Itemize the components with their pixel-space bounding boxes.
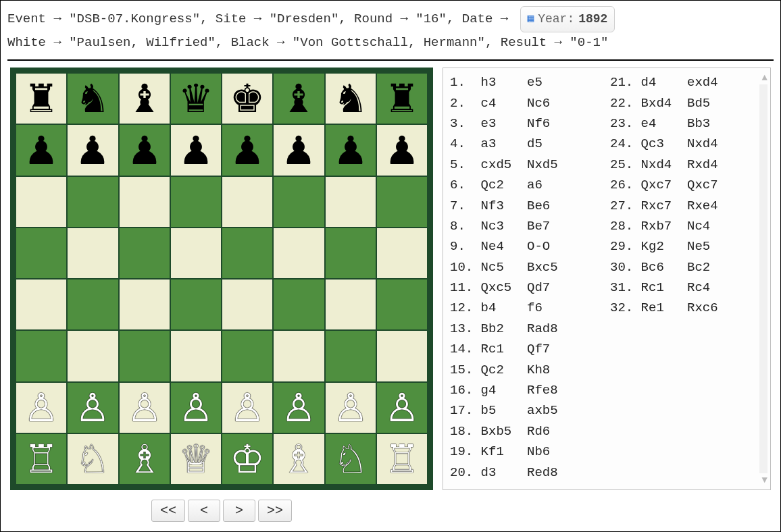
- board-square[interactable]: ♟: [67, 124, 118, 176]
- chess-board[interactable]: ♜♞♝♛♚♝♞♜♟♟♟♟♟♟♟♟♙♙♙♙♙♙♙♙♖♘♗♕♔♗♘♖: [10, 68, 433, 490]
- move-row[interactable]: 15. Qc2 Kh8: [450, 360, 603, 380]
- move-row[interactable]: 29. Kg2 Ne5: [610, 236, 763, 257]
- nav-prev-button[interactable]: <: [188, 500, 220, 522]
- board-square[interactable]: ♙: [170, 382, 222, 433]
- move-row[interactable]: 9. Ne4 O-O: [450, 236, 603, 257]
- move-row[interactable]: 25. Nxd4 Rxd4: [610, 155, 763, 175]
- board-square[interactable]: ♗: [273, 433, 324, 485]
- piece[interactable]: ♙: [127, 388, 162, 427]
- board-square[interactable]: [273, 330, 324, 381]
- move-row[interactable]: 8. Nc3 Be7: [450, 216, 603, 236]
- board-square[interactable]: [376, 330, 428, 381]
- board-square[interactable]: ♝: [119, 73, 170, 124]
- board-square[interactable]: [67, 330, 118, 381]
- piece[interactable]: ♞: [333, 79, 368, 118]
- board-square[interactable]: ♙: [119, 382, 170, 433]
- board-square[interactable]: ♘: [67, 433, 118, 485]
- board-square[interactable]: [222, 228, 273, 279]
- move-row[interactable]: 23. e4 Bb3: [610, 113, 763, 134]
- piece[interactable]: ♖: [384, 440, 420, 479]
- board-square[interactable]: ♖: [376, 433, 428, 485]
- piece[interactable]: ♔: [230, 440, 265, 479]
- board-square[interactable]: [325, 279, 376, 330]
- piece[interactable]: ♙: [24, 388, 59, 427]
- board-square[interactable]: ♞: [67, 73, 118, 124]
- board-square[interactable]: ♝: [273, 73, 324, 124]
- nav-last-button[interactable]: >>: [258, 500, 292, 522]
- board-square[interactable]: ♜: [376, 73, 428, 124]
- board-square[interactable]: [376, 228, 428, 279]
- move-row[interactable]: 10. Nc5 Bxc5: [450, 257, 603, 277]
- board-square[interactable]: [16, 330, 67, 381]
- board-square[interactable]: [67, 279, 118, 330]
- piece[interactable]: ♟: [24, 131, 59, 170]
- board-square[interactable]: [170, 228, 222, 279]
- piece[interactable]: ♟: [75, 131, 110, 170]
- board-square[interactable]: [273, 176, 324, 228]
- piece[interactable]: ♛: [178, 79, 213, 118]
- board-square[interactable]: ♔: [222, 433, 273, 485]
- piece[interactable]: ♙: [384, 388, 420, 427]
- move-row[interactable]: 7. Nf3 Be6: [450, 196, 603, 216]
- move-row[interactable]: 17. b5 axb5: [450, 400, 603, 421]
- board-square[interactable]: [222, 330, 273, 381]
- board-square[interactable]: [325, 176, 376, 228]
- board-square[interactable]: [273, 279, 324, 330]
- board-square[interactable]: [170, 330, 222, 381]
- nav-next-button[interactable]: >: [223, 500, 255, 522]
- board-square[interactable]: ♜: [16, 73, 67, 124]
- move-row[interactable]: 22. Bxd4 Bd5: [610, 93, 763, 113]
- piece[interactable]: ♚: [230, 79, 265, 118]
- board-square[interactable]: ♟: [376, 124, 428, 176]
- move-row[interactable]: 19. Kf1 Nb6: [450, 442, 603, 462]
- board-square[interactable]: ♟: [222, 124, 273, 176]
- move-row[interactable]: 2. c4 Nc6: [450, 93, 603, 113]
- move-row[interactable]: 5. cxd5 Nxd5: [450, 155, 603, 175]
- move-row[interactable]: 13. Bb2 Rad8: [450, 319, 603, 339]
- board-square[interactable]: ♟: [325, 124, 376, 176]
- board-square[interactable]: [16, 228, 67, 279]
- move-row[interactable]: 31. Rc1 Rc4: [610, 277, 763, 298]
- move-row[interactable]: 30. Bc6 Bc2: [610, 257, 763, 277]
- moves-list[interactable]: 1. h3 e52. c4 Nc63. e3 Nf64. a3 d55. cxd…: [450, 72, 763, 485]
- piece[interactable]: ♟: [127, 131, 162, 170]
- piece[interactable]: ♝: [127, 79, 162, 118]
- board-square[interactable]: [273, 228, 324, 279]
- board-square[interactable]: ♙: [325, 382, 376, 433]
- board-square[interactable]: [222, 279, 273, 330]
- board-square[interactable]: ♟: [119, 124, 170, 176]
- move-row[interactable]: 28. Rxb7 Nc4: [610, 216, 763, 236]
- scroll-track[interactable]: [759, 84, 767, 473]
- board-square[interactable]: ♙: [222, 382, 273, 433]
- piece[interactable]: ♙: [333, 388, 368, 427]
- board-square[interactable]: ♙: [67, 382, 118, 433]
- piece[interactable]: ♙: [230, 388, 265, 427]
- year-badge[interactable]: ▦Year: 1892: [520, 6, 615, 32]
- board-square[interactable]: [119, 228, 170, 279]
- piece[interactable]: ♜: [384, 79, 420, 118]
- nav-first-button[interactable]: <<: [151, 500, 185, 522]
- piece[interactable]: ♗: [281, 440, 316, 479]
- board-square[interactable]: [16, 176, 67, 228]
- piece[interactable]: ♟: [384, 131, 420, 170]
- board-square[interactable]: [170, 279, 222, 330]
- board-square[interactable]: [119, 330, 170, 381]
- piece[interactable]: ♘: [333, 440, 368, 479]
- move-row[interactable]: 32. Re1 Rxc6: [610, 298, 763, 318]
- piece[interactable]: ♜: [24, 79, 59, 118]
- board-square[interactable]: ♘: [325, 433, 376, 485]
- board-square[interactable]: ♖: [16, 433, 67, 485]
- board-square[interactable]: [325, 330, 376, 381]
- move-row[interactable]: 6. Qc2 a6: [450, 175, 603, 195]
- move-row[interactable]: 20. d3 Red8: [450, 462, 603, 483]
- piece[interactable]: ♟: [178, 131, 213, 170]
- piece[interactable]: ♟: [281, 131, 316, 170]
- piece[interactable]: ♖: [24, 440, 59, 479]
- piece[interactable]: ♞: [75, 79, 110, 118]
- move-row[interactable]: 21. d4 exd4: [610, 72, 763, 92]
- move-row[interactable]: 3. e3 Nf6: [450, 113, 603, 134]
- board-square[interactable]: ♛: [170, 73, 222, 124]
- piece[interactable]: ♙: [178, 388, 213, 427]
- piece[interactable]: ♙: [75, 388, 110, 427]
- board-square[interactable]: [376, 279, 428, 330]
